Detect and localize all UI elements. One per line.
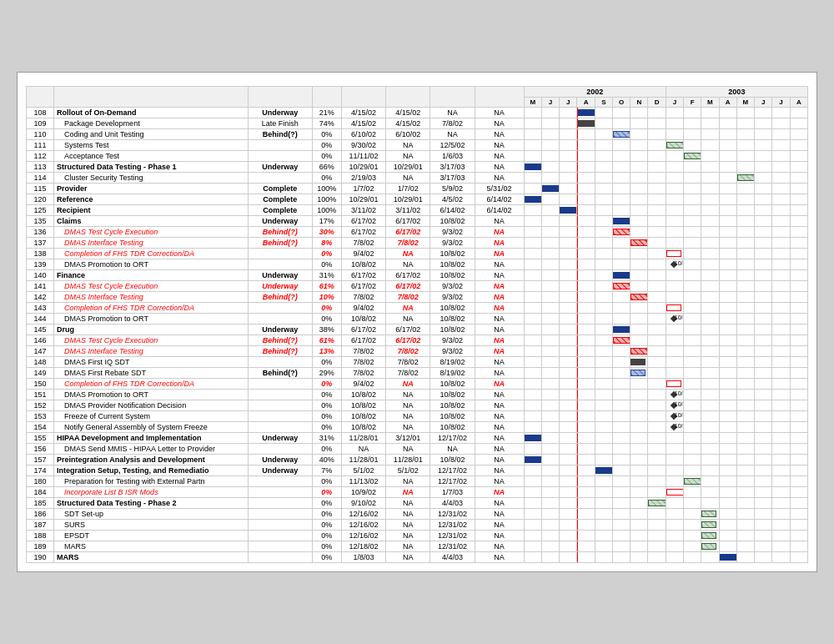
gantt-cell-12 xyxy=(736,476,754,487)
gantt-cell-9 xyxy=(684,259,701,270)
today-line xyxy=(577,498,578,508)
gantt-cell-6 xyxy=(631,281,648,292)
table-row: 138Completion of FHS TDR Correction/DA0%… xyxy=(27,249,808,259)
row-bl-finish: 9/3/02 xyxy=(430,227,475,238)
row-bl-finish: 12/31/02 xyxy=(430,531,475,541)
gantt-cell-14 xyxy=(772,368,790,379)
gantt-cell-12 xyxy=(736,216,754,227)
gantt-cell-12 xyxy=(736,249,754,259)
gantt-cell-10 xyxy=(701,509,719,520)
gantt-cell-13 xyxy=(755,259,772,270)
gantt-cell-10 xyxy=(701,205,719,216)
row-pct: 8% xyxy=(312,238,341,249)
gantt-cell-10 xyxy=(701,173,719,184)
gantt-cell-2 xyxy=(560,498,577,509)
gantt-cell-11 xyxy=(719,390,736,400)
row-id: 188 xyxy=(27,531,54,541)
gantt-cell-3 xyxy=(577,194,595,205)
row-act-finish: NA xyxy=(475,379,524,390)
gantt-cell-2 xyxy=(560,140,577,151)
header-bl-finish xyxy=(430,87,475,108)
table-row: 110Coding and Unit TestingBehind(?)0%6/1… xyxy=(27,129,808,140)
gantt-cell-4 xyxy=(595,173,612,184)
gantt-cell-13 xyxy=(755,531,772,541)
gantt-cell-4 xyxy=(595,541,612,552)
header-act-finish xyxy=(475,87,524,108)
gantt-cell-13 xyxy=(755,541,772,552)
row-act-finish: NA xyxy=(475,238,524,249)
gantt-cell-15 xyxy=(790,216,807,227)
milestone-label: 10/8 xyxy=(675,401,684,407)
gantt-cell-6 xyxy=(631,303,648,314)
row-bl-start: 7/8/02 xyxy=(342,238,386,249)
gantt-cell-9 xyxy=(684,335,701,346)
gantt-cell-3 xyxy=(577,465,595,476)
gantt-cell-8 xyxy=(666,368,683,379)
today-line xyxy=(577,444,578,454)
row-status xyxy=(248,487,312,498)
header-id xyxy=(27,87,54,108)
table-row: 112Acceptance Test0%11/11/02NA1/6/03NA xyxy=(27,151,808,162)
row-bl-finish: 8/19/02 xyxy=(430,368,475,379)
gantt-cell-11 xyxy=(719,379,736,390)
gantt-cell-3 xyxy=(577,162,595,173)
row-id: 113 xyxy=(27,162,54,173)
gantt-cell-5 xyxy=(612,281,630,292)
month-header-15: A xyxy=(790,98,807,108)
row-task: Preintegration Analysis and Development xyxy=(54,455,249,465)
gantt-cell-6 xyxy=(631,400,648,411)
gantt-cell-3 xyxy=(577,227,595,238)
gantt-cell-14 xyxy=(772,541,790,552)
gantt-cell-3 xyxy=(577,205,595,216)
row-task: MARS xyxy=(54,541,249,552)
gantt-cell-4 xyxy=(595,465,612,476)
gantt-cell-4 xyxy=(595,325,612,335)
gantt-cell-14 xyxy=(772,444,790,455)
gantt-bar xyxy=(613,272,631,279)
row-task: Completion of FHS TDR Correction/DA xyxy=(54,249,249,259)
gantt-cell-15 xyxy=(790,444,807,455)
row-bl-start: 12/16/02 xyxy=(342,520,386,531)
gantt-cell-15 xyxy=(790,281,807,292)
month-header-10: M xyxy=(701,98,719,108)
gantt-cell-10 xyxy=(701,129,719,140)
gantt-cell-15 xyxy=(790,118,807,129)
gantt-cell-15 xyxy=(790,303,807,314)
gantt-cell-9 xyxy=(684,303,701,314)
gantt-cell-13 xyxy=(755,108,772,118)
row-status: Underway xyxy=(248,433,312,444)
row-act-start: NA xyxy=(386,509,430,520)
gantt-cell-11 xyxy=(719,249,736,259)
gantt-cell-13 xyxy=(755,184,772,194)
gantt-cell-2 xyxy=(560,205,577,216)
year-2003: 2003 xyxy=(666,87,807,98)
today-line xyxy=(577,509,578,519)
gantt-cell-1 xyxy=(541,227,559,238)
row-status: Underway xyxy=(248,216,312,227)
gantt-cell-1 xyxy=(541,541,559,552)
gantt-cell-8 xyxy=(666,357,683,368)
row-act-start: NA xyxy=(386,249,430,259)
row-status xyxy=(248,444,312,455)
gantt-cell-15 xyxy=(790,541,807,552)
row-act-start: 4/15/02 xyxy=(386,118,430,129)
gantt-cell-0 xyxy=(524,292,541,303)
gantt-cell-3 xyxy=(577,455,595,465)
gantt-cell-12 xyxy=(736,444,754,455)
gantt-cell-10 xyxy=(701,270,719,281)
row-task: DMAS First Rebate SDT xyxy=(54,368,249,379)
gantt-cell-2 xyxy=(560,270,577,281)
gantt-cell-1 xyxy=(541,184,559,194)
gantt-cell-5 xyxy=(612,205,630,216)
row-pct: 0% xyxy=(312,509,341,520)
gantt-cell-13 xyxy=(755,129,772,140)
table-row: 142DMAS Interface TestingBehind(?)10%7/8… xyxy=(27,292,808,303)
gantt-cell-13 xyxy=(755,357,772,368)
gantt-cell-14 xyxy=(772,314,790,325)
gantt-cell-14 xyxy=(772,357,790,368)
gantt-cell-6 xyxy=(631,118,648,129)
gantt-cell-0 xyxy=(524,140,541,151)
gantt-cell-14 xyxy=(772,552,790,563)
gantt-cell-5 xyxy=(612,303,630,314)
today-line xyxy=(577,379,578,389)
